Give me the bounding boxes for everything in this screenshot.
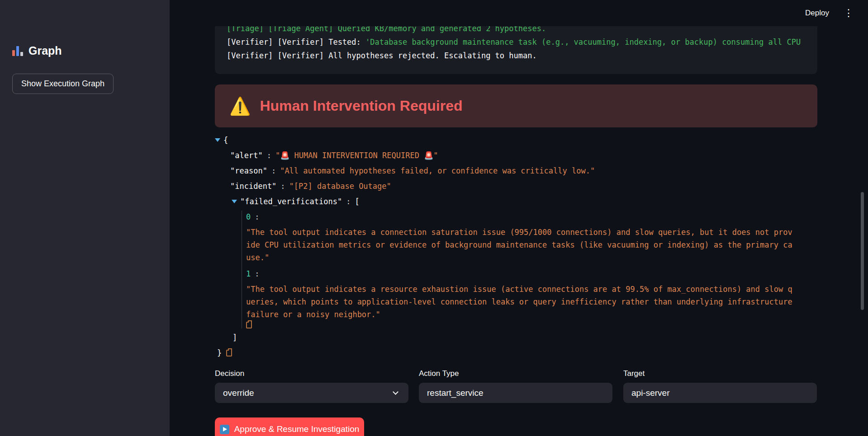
approve-resume-button[interactable]: Approve & Resume Investigation <box>215 417 364 436</box>
action-type-input[interactable] <box>419 383 612 403</box>
json-array-copy-row <box>246 322 817 328</box>
json-value: "[P2] database Outage" <box>289 180 391 192</box>
deploy-button[interactable]: Deploy <box>805 9 829 18</box>
json-array-items: 0 : "The tool output indicates a connect… <box>242 211 817 328</box>
chevron-down-icon <box>393 389 398 395</box>
json-colon: : <box>255 267 259 280</box>
show-execution-graph-label: Show Execution Graph <box>21 79 104 89</box>
collapse-triangle-icon[interactable] <box>232 200 237 203</box>
play-icon <box>220 425 229 434</box>
json-member-reason: "reason" : "All automated hypotheses fai… <box>230 164 817 177</box>
decision-select[interactable]: override <box>215 383 408 403</box>
json-open-brace: { <box>223 134 228 146</box>
target-field: Target <box>623 369 817 403</box>
json-colon: : <box>271 164 276 177</box>
json-key: "incident" <box>230 180 276 192</box>
kebab-menu-icon[interactable]: ⋮ <box>841 7 856 19</box>
decision-selected-value: override <box>223 388 254 398</box>
copy-icon[interactable] <box>246 322 252 328</box>
json-member-incident: "incident" : "[P2] database Outage" <box>230 180 817 192</box>
json-colon: : <box>255 211 259 223</box>
json-key: "reason" <box>230 164 267 177</box>
collapse-triangle-icon[interactable] <box>215 138 220 142</box>
json-colon: : <box>280 180 285 192</box>
main-header: Deploy ⋮ <box>170 0 868 26</box>
sidebar-title-label: Graph <box>28 44 62 57</box>
target-label: Target <box>623 369 817 378</box>
alert-banner: Human Intervention Required <box>215 84 817 127</box>
bar-chart-icon <box>12 46 23 56</box>
json-value: "🚨 HUMAN INTERVENTION REQUIRED 🚨" <box>275 149 438 162</box>
json-array-index: 0 <box>246 211 251 223</box>
show-execution-graph-button[interactable]: Show Execution Graph <box>12 74 114 94</box>
json-array-value: "The tool output indicates a connection … <box>246 226 796 264</box>
json-member-failed-verifications: "failed_verifications" : [ <box>232 195 817 208</box>
json-array-value: "The tool output indicates a resource ex… <box>246 283 796 321</box>
json-key: "alert" <box>230 149 263 162</box>
warning-icon <box>229 98 251 115</box>
log-tested-hypothesis-string: 'Database background maintenance task (e… <box>365 38 801 47</box>
decision-field: Decision override <box>215 369 408 403</box>
log-line-verifier-tested: [Verifier] [Verifier] Tested: 'Database … <box>227 38 801 47</box>
json-member-alert: "alert" : "🚨 HUMAN INTERVENTION REQUIRED… <box>230 149 817 162</box>
decision-label: Decision <box>215 369 408 378</box>
approve-resume-label: Approve & Resume Investigation <box>234 424 360 434</box>
vertical-scrollbar-thumb[interactable] <box>861 192 864 310</box>
json-array-index-row: 0 : <box>246 211 817 223</box>
json-viewer: { "alert" : "🚨 HUMAN INTERVENTION REQUIR… <box>215 134 817 362</box>
app-background: Graph Show Execution Graph [Triage] [Tri… <box>0 0 868 436</box>
json-key: "failed_verifications" <box>240 195 342 208</box>
json-colon: : <box>346 195 351 208</box>
action-type-field: Action Type <box>419 369 612 403</box>
sidebar: Graph Show Execution Graph <box>0 0 170 436</box>
json-root-children: "alert" : "🚨 HUMAN INTERVENTION REQUIRED… <box>230 149 817 344</box>
json-array-index-row: 1 : <box>246 267 817 280</box>
target-input[interactable] <box>623 383 817 403</box>
alert-title: Human Intervention Required <box>260 98 462 114</box>
json-root-row: { <box>215 134 817 146</box>
json-open-bracket: [ <box>355 195 359 208</box>
copy-icon[interactable] <box>226 350 232 356</box>
action-type-label: Action Type <box>419 369 612 378</box>
json-value: "All automated hypotheses failed, or con… <box>280 164 595 177</box>
json-close-brace: } <box>217 347 222 359</box>
json-root-close-row: } <box>217 347 817 359</box>
log-line-verifier-rejected: [Verifier] [Verifier] All hypotheses rej… <box>227 51 537 60</box>
json-array-index: 1 <box>246 267 251 280</box>
json-colon: : <box>267 149 271 162</box>
json-close-bracket: ] <box>232 331 817 344</box>
sidebar-title: Graph <box>12 44 62 57</box>
